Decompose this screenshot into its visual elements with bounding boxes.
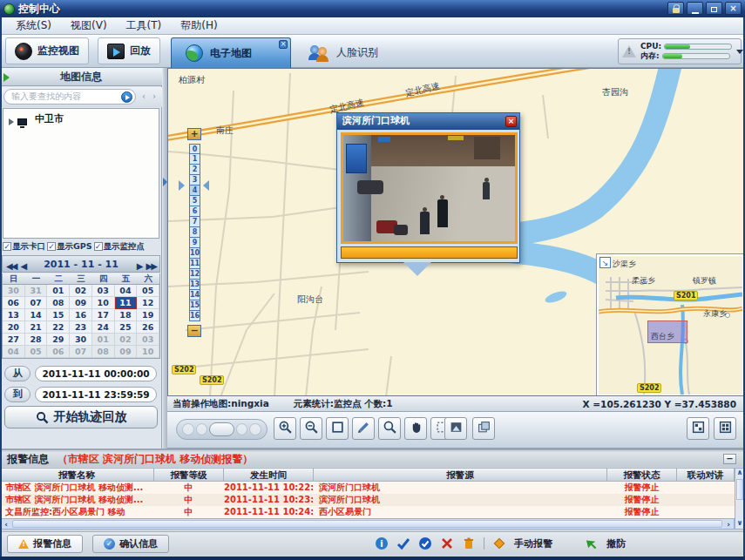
calendar-cell[interactable]: 10 — [92, 297, 115, 309]
tab-electronic-map[interactable]: 电子地图 × — [171, 37, 291, 68]
collapse-panel-button[interactable]: − — [723, 454, 736, 464]
layer-checkbox-2[interactable]: ✓显示监控点 — [94, 241, 146, 253]
collapse-arrow-icon[interactable] — [3, 73, 10, 82]
column-header-2[interactable]: 发生时间 — [224, 469, 314, 482]
calendar-cell[interactable]: 17 — [92, 309, 115, 321]
calendar-cell[interactable]: 08 — [47, 297, 70, 309]
zoom-level-3[interactable]: 3 — [189, 175, 200, 186]
box-zoom-button[interactable] — [326, 417, 349, 440]
calendar-cell[interactable]: 04 — [3, 346, 25, 358]
calendar-cell[interactable]: 18 — [115, 309, 138, 321]
zoom-level-1[interactable]: 1 — [189, 154, 200, 165]
lock-button[interactable] — [667, 2, 684, 15]
calendar-cell[interactable]: 13 — [3, 309, 25, 321]
calendar-cell[interactable]: 19 — [137, 309, 159, 321]
confirm-button[interactable] — [396, 536, 410, 550]
full-extent-button[interactable] — [714, 417, 736, 440]
menu-item-3[interactable]: 帮助(H) — [172, 17, 226, 34]
column-header-4[interactable]: 报警状态 — [607, 469, 677, 482]
scroll-left-icon[interactable]: ‹ — [1, 520, 11, 529]
calendar-cell[interactable]: 06 — [3, 297, 25, 309]
checkbox-icon[interactable]: ✓ — [94, 242, 103, 251]
zoom-select-button[interactable] — [378, 417, 401, 440]
calendar-cell[interactable]: 09 — [70, 297, 92, 309]
chevron-down-icon[interactable] — [736, 50, 743, 54]
delete-button[interactable] — [440, 536, 454, 550]
prev-year-icon[interactable]: ◀◀ — [6, 261, 16, 271]
column-header-1[interactable]: 报警等级 — [154, 469, 224, 482]
measure-button[interactable] — [352, 417, 375, 440]
calendar-cell[interactable]: 08 — [92, 346, 115, 358]
close-button[interactable]: × — [725, 2, 742, 15]
disarm-button[interactable] — [585, 536, 599, 550]
calendar-cell[interactable]: 30 — [3, 285, 25, 297]
zoom-level-strip[interactable]: 012345678910111213141516 — [189, 144, 200, 321]
map-canvas[interactable]: 柏源村定北高速定北高速杏园沟南庄阳沟台 S202S202 500米 + 0123… — [167, 68, 745, 396]
calendar-cell[interactable]: 22 — [47, 321, 70, 334]
checkbox-icon[interactable]: ✓ — [3, 242, 11, 251]
calendar-cell[interactable]: 05 — [25, 346, 48, 358]
calendar-cell[interactable]: 24 — [92, 321, 115, 334]
manual-alarm-label[interactable]: 手动报警 — [514, 537, 552, 550]
checkbox-icon[interactable]: ✓ — [47, 242, 56, 251]
monitor-view-button[interactable]: 监控视图 — [5, 37, 89, 64]
hscroll-thumb[interactable] — [12, 520, 722, 528]
calendar-cell[interactable]: 02 — [70, 285, 92, 297]
scroll-right-icon[interactable]: › — [723, 520, 734, 529]
tree-expander-icon[interactable] — [9, 118, 14, 125]
popup-close-icon[interactable]: × — [505, 116, 517, 127]
camera-video-popup[interactable]: 滨河所门口球机 × — [336, 112, 520, 263]
calendar-cell[interactable]: 12 — [137, 297, 159, 309]
confirm-all-button[interactable] — [418, 536, 432, 550]
popup-title-bar[interactable]: 滨河所门口球机 × — [337, 113, 519, 130]
map-zoom-slider[interactable] — [176, 419, 268, 440]
vscroll-thumb[interactable] — [736, 479, 743, 500]
calendar-cell[interactable]: 05 — [137, 285, 159, 297]
layer-checkbox-0[interactable]: ✓显示卡口 — [3, 241, 45, 253]
start-track-playback-button[interactable]: 开始轨迹回放 — [4, 406, 158, 428]
calendar-cell[interactable]: 27 — [3, 334, 25, 346]
slider-thumb[interactable] — [209, 422, 234, 436]
calendar-cell[interactable]: 03 — [137, 334, 159, 346]
calendar-cell[interactable]: 21 — [25, 321, 48, 334]
zoom-level-4[interactable]: 4 — [189, 186, 200, 196]
next-year-icon[interactable]: ▶▶ — [146, 261, 156, 271]
search-prev-icon[interactable]: ‹ — [139, 88, 148, 105]
next-month-icon[interactable]: ▶ — [137, 261, 142, 271]
zoom-level-7[interactable]: 7 — [189, 217, 200, 227]
tab-alarm-info[interactable]: 报警信息 — [7, 535, 83, 553]
zoom-in-button[interactable] — [274, 417, 296, 440]
zoom-out-map-button[interactable]: − — [187, 325, 201, 337]
zoom-level-2[interactable]: 2 — [189, 165, 200, 175]
search-go-icon[interactable] — [121, 91, 132, 103]
horizontal-scrollbar[interactable]: ‹ › — [0, 518, 735, 530]
calendar-cell[interactable]: 01 — [92, 334, 115, 346]
pan-button[interactable] — [404, 417, 427, 440]
zoom-out-button[interactable] — [300, 417, 322, 440]
zoom-level-14[interactable]: 14 — [189, 290, 200, 300]
playback-button[interactable]: 回放 — [98, 37, 160, 64]
from-datetime-input[interactable]: 2011-11-11 00:00:00 — [35, 366, 157, 381]
column-header-0[interactable]: 报警名称 — [0, 469, 154, 482]
calendar-cell[interactable]: 20 — [3, 321, 25, 334]
calendar-cell[interactable]: 25 — [115, 321, 138, 334]
calendar-cell[interactable]: 03 — [92, 285, 115, 297]
zoom-level-11[interactable]: 11 — [189, 259, 200, 269]
restore-button[interactable] — [706, 2, 722, 15]
calendar-cell[interactable]: 10 — [137, 346, 159, 358]
column-header-5[interactable]: 联动对讲 — [677, 469, 735, 482]
calendar-cell[interactable]: 30 — [70, 334, 92, 346]
calendar-cell[interactable]: 26 — [137, 321, 159, 334]
calendar-cell[interactable]: 11 — [115, 297, 138, 309]
calendar-cell[interactable]: 29 — [47, 334, 70, 346]
zoom-level-0[interactable]: 0 — [189, 144, 200, 154]
zoom-level-15[interactable]: 15 — [189, 300, 200, 311]
zoom-level-9[interactable]: 9 — [189, 238, 200, 248]
info-button[interactable]: i — [375, 536, 389, 550]
menu-item-2[interactable]: 工具(T) — [118, 17, 171, 34]
search-input[interactable]: 输入要查找的内容 — [3, 89, 136, 105]
tab-close-icon[interactable]: × — [279, 40, 288, 49]
calendar-cell[interactable]: 07 — [70, 346, 92, 358]
calendar-cell[interactable]: 23 — [70, 321, 92, 334]
calendar-cell[interactable]: 31 — [25, 285, 48, 297]
